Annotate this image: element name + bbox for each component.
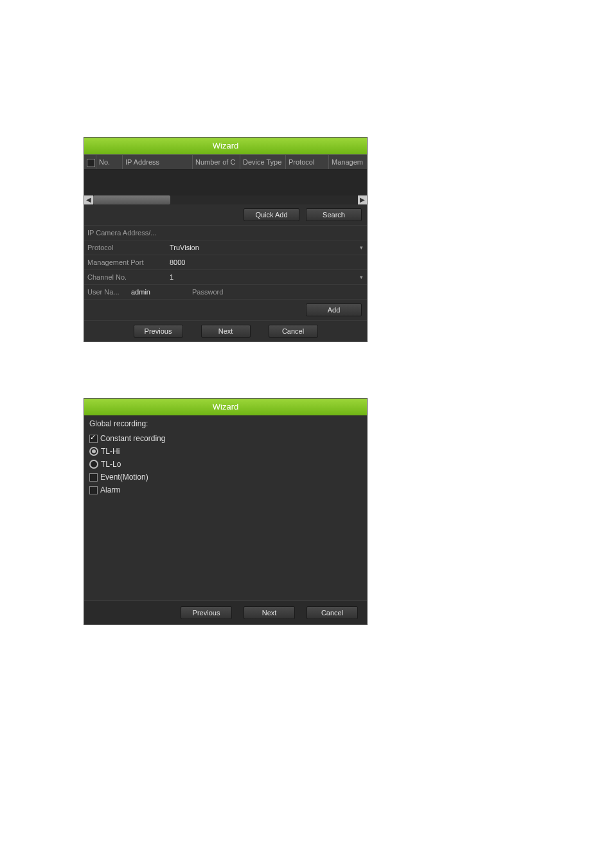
col-ip-address[interactable]: IP Address	[123, 155, 193, 169]
scroll-right-icon[interactable]: ▶	[358, 195, 367, 204]
nav-button-row: Previous Next Cancel	[84, 601, 367, 624]
channel-no-select[interactable]: 1 ▾	[168, 273, 367, 281]
add-button-row: Add	[84, 299, 367, 320]
event-motion-option[interactable]: Event(Motion)	[84, 471, 367, 484]
management-port-row: Management Port 8000	[84, 255, 367, 269]
ip-camera-address-row: IP Camera Address/...	[84, 225, 367, 240]
blank-area	[84, 496, 367, 601]
channel-no-row: Channel No. 1 ▾	[84, 269, 367, 284]
select-all-checkbox[interactable]	[87, 159, 95, 167]
tl-hi-option[interactable]: TL-Hi	[84, 445, 367, 458]
scroll-track[interactable]	[93, 195, 358, 204]
cancel-button[interactable]: Cancel	[306, 606, 358, 619]
user-name-label: User Na...	[84, 288, 129, 296]
event-motion-label: Event(Motion)	[100, 473, 148, 482]
scroll-left-icon[interactable]: ◀	[84, 195, 93, 204]
alarm-option[interactable]: Alarm	[84, 484, 367, 496]
wizard-recording-dialog: Wizard Global recording: Constant record…	[84, 398, 368, 625]
alarm-label: Alarm	[100, 485, 120, 494]
horizontal-scrollbar[interactable]: ◀ ▶	[84, 195, 367, 204]
wizard-ip-camera-dialog: Wizard No. IP Address Number of C Device…	[84, 137, 368, 342]
add-button[interactable]: Add	[306, 303, 362, 316]
table-header-row: No. IP Address Number of C Device Type P…	[84, 154, 367, 170]
scroll-thumb[interactable]	[93, 195, 170, 204]
management-port-label: Management Port	[84, 258, 168, 266]
constant-recording-option[interactable]: Constant recording	[84, 432, 367, 445]
password-label: Password	[189, 288, 239, 296]
nav-button-row: Previous Next Cancel	[84, 320, 367, 341]
quick-add-button[interactable]: Quick Add	[244, 208, 299, 221]
constant-recording-checkbox[interactable]	[89, 435, 98, 443]
table-body	[84, 170, 367, 195]
search-button[interactable]: Search	[306, 208, 362, 221]
user-password-row: User Na... admin Password	[84, 284, 367, 299]
chevron-down-icon: ▾	[360, 244, 363, 251]
global-recording-label: Global recording:	[84, 415, 367, 432]
col-no[interactable]: No.	[96, 155, 123, 169]
col-device-type[interactable]: Device Type	[240, 155, 286, 169]
col-management[interactable]: Managem	[329, 155, 367, 169]
next-button[interactable]: Next	[244, 606, 295, 619]
constant-recording-label: Constant recording	[100, 434, 165, 443]
protocol-label: Protocol	[84, 244, 168, 251]
tl-lo-radio[interactable]	[89, 460, 98, 469]
protocol-row: Protocol TruVision ▾	[84, 240, 367, 255]
next-button[interactable]: Next	[201, 325, 251, 338]
previous-button[interactable]: Previous	[134, 325, 183, 338]
ip-camera-address-label: IP Camera Address/...	[84, 229, 168, 237]
cancel-button[interactable]: Cancel	[269, 325, 318, 338]
event-motion-checkbox[interactable]	[89, 473, 98, 482]
alarm-checkbox[interactable]	[89, 486, 98, 494]
channel-no-value: 1	[170, 273, 173, 281]
protocol-value: TruVision	[170, 244, 199, 251]
tl-lo-option[interactable]: TL-Lo	[84, 458, 367, 471]
previous-button[interactable]: Previous	[181, 606, 232, 619]
col-number-of-c[interactable]: Number of C	[193, 155, 240, 169]
search-button-row: Quick Add Search	[84, 204, 367, 225]
protocol-select[interactable]: TruVision ▾	[168, 244, 367, 251]
col-protocol[interactable]: Protocol	[286, 155, 329, 169]
chevron-down-icon: ▾	[360, 274, 363, 280]
channel-no-label: Channel No.	[84, 273, 168, 281]
dialog-title: Wizard	[84, 399, 367, 415]
user-name-input[interactable]: admin	[129, 288, 189, 296]
tl-hi-radio[interactable]	[89, 447, 98, 456]
tl-hi-label: TL-Hi	[101, 447, 120, 456]
dialog-title: Wizard	[84, 138, 367, 154]
tl-lo-label: TL-Lo	[101, 460, 121, 469]
management-port-input[interactable]: 8000	[168, 258, 367, 266]
